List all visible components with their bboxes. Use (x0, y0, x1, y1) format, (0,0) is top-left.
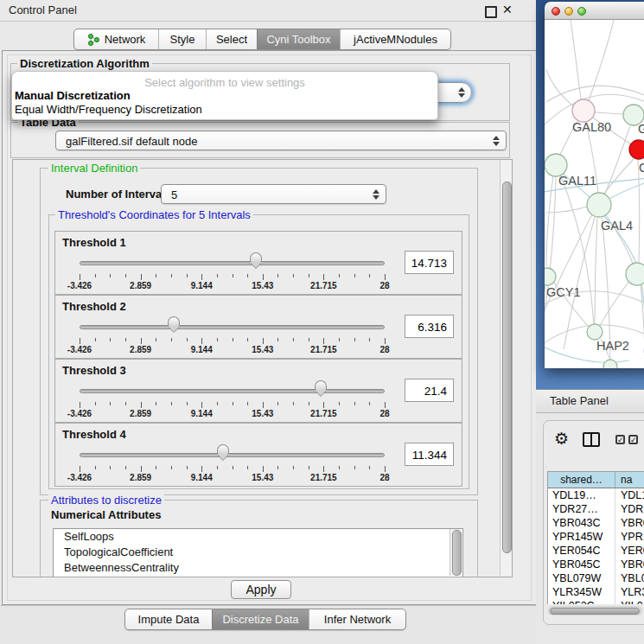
control-panel-title: Control Panel (9, 3, 77, 16)
table-cell[interactable]: YIL052C (548, 599, 615, 604)
interval-definition-group-title: Interval Definition (48, 162, 140, 175)
network-node-hap2[interactable] (587, 324, 603, 340)
table-cell[interactable]: YER054C (548, 544, 615, 558)
close-icon[interactable]: ✕ (502, 3, 513, 16)
gear-icon[interactable]: ⚙ (554, 430, 569, 447)
column-header-shared[interactable]: shared… (548, 472, 615, 488)
slider-track[interactable] (80, 261, 385, 265)
slider-track[interactable] (80, 453, 385, 457)
float-window-icon[interactable] (485, 6, 497, 18)
table-cell[interactable]: YIL0 (615, 599, 644, 604)
table-cell[interactable]: YDL1 (615, 488, 644, 502)
tab-impute-data[interactable]: Impute Data (125, 609, 212, 629)
table-row[interactable]: YBR043CYBR0 (548, 516, 644, 530)
slider-track[interactable] (80, 325, 385, 329)
tab-cyni-toolbox-label: Cyni Toolbox (266, 33, 330, 46)
screen: Control Panel ✕ Network Style Select Cyn… (0, 0, 644, 644)
table-row[interactable]: YPR145WYPR1 (548, 530, 644, 544)
network-node-gal4[interactable] (587, 193, 611, 217)
settings-scrollbar[interactable] (500, 160, 512, 576)
tab-discretize-data[interactable]: Discretize Data (212, 609, 309, 629)
algorithm-dropdown-popup: Select algorithm to view settings Manual… (11, 71, 438, 120)
network-canvas[interactable]: GAL80 GA C GAL11 GAL4 GCY1 H HAP2 (545, 20, 644, 368)
scrollbar-thumb[interactable] (452, 530, 462, 576)
table-cell[interactable]: YBR0 (615, 558, 644, 571)
list-item[interactable]: BetweennessCentrality (54, 560, 462, 576)
list-item[interactable]: SelfLoops (54, 529, 462, 545)
table-cell[interactable]: YPR1 (615, 530, 644, 544)
scrollbar-thumb[interactable] (502, 182, 512, 553)
table-cell[interactable]: YBL0 (615, 571, 644, 585)
combobox-arrows-icon (373, 189, 379, 200)
threshold-1-value-field[interactable]: 14.713 (405, 251, 454, 274)
tab-impute-data-label: Impute Data (138, 613, 200, 626)
network-node-h[interactable] (626, 263, 644, 285)
dropdown-item-manual-discretization[interactable]: Manual Discretization (15, 89, 435, 103)
network-edge (546, 175, 553, 266)
network-window-titlebar[interactable] (545, 2, 644, 20)
table-row[interactable]: YBR045CYBR0 (548, 558, 644, 571)
tab-infer-network[interactable]: Infer Network (309, 609, 405, 629)
checkbox-icon[interactable]: ✓ (628, 435, 638, 444)
apply-button[interactable]: Apply (231, 580, 291, 599)
column-header-name[interactable]: na (615, 472, 644, 488)
attributes-list-scrollbar[interactable] (450, 529, 462, 576)
thresholds-group-title: Threshold's Coordinates for 5 Intervals (55, 208, 253, 221)
tab-cyni-toolbox[interactable]: Cyni Toolbox (257, 29, 340, 49)
checkbox-icon[interactable]: ✓ (615, 435, 625, 444)
table-cell[interactable]: YBR043C (548, 516, 615, 530)
table-row[interactable]: YDL19…YDL1 (548, 488, 644, 502)
list-item[interactable]: TopologicalCoefficient (54, 545, 462, 560)
minimize-traffic-light-icon[interactable] (564, 7, 573, 16)
threshold-3-value-field[interactable]: 21.4 (405, 379, 454, 402)
table-data-select[interactable]: galFiltered.sif default node (55, 131, 507, 150)
table-cell[interactable]: YBR045C (548, 558, 615, 571)
network-node-highlighted-red[interactable] (629, 140, 644, 159)
table-data-select-value: galFiltered.sif default node (66, 134, 197, 147)
table-cell[interactable]: YLR3 (615, 585, 644, 599)
table-row[interactable]: YIL052CYIL0 (548, 599, 644, 604)
control-panel-tabs: Network Style Select Cyni Toolbox jActiv… (73, 29, 451, 50)
slider-thumb[interactable] (249, 252, 263, 268)
table-horizontal-scrollbar[interactable] (548, 606, 642, 615)
split-columns-icon[interactable] (583, 432, 600, 447)
table-row[interactable]: YDR27…YDR2 (548, 502, 644, 516)
tab-style[interactable]: Style (158, 29, 206, 49)
network-edge (604, 126, 630, 195)
table-cell[interactable]: YDL19… (548, 488, 615, 502)
table-cell[interactable]: YLR345W (548, 585, 615, 599)
slider-thumb[interactable] (314, 380, 328, 396)
slider-track[interactable] (80, 389, 385, 393)
table-cell[interactable]: YER0 (615, 544, 644, 558)
numerical-attributes-list[interactable]: SelfLoopsTopologicalCoefficientBetweenne… (53, 528, 463, 577)
tab-select[interactable]: Select (206, 29, 257, 49)
threshold-2-value-field[interactable]: 6.316 (405, 315, 454, 338)
threshold-4-value-field[interactable]: 11.344 (405, 443, 454, 466)
slider-thumb[interactable] (167, 316, 181, 332)
threshold-1-slider[interactable] (80, 252, 385, 273)
threshold-1-panel: Threshold 1 -3.4262.8599.14415.4321.7152… (54, 231, 462, 295)
table-row[interactable]: YER054CYER0 (548, 544, 644, 558)
zoom-traffic-light-icon[interactable] (577, 7, 586, 16)
tab-jactivemnodules[interactable]: jActiveMNodules (340, 29, 450, 49)
threshold-2-slider[interactable] (80, 316, 385, 337)
table-cell[interactable]: YPR145W (548, 530, 615, 544)
slider-tick-labels: -3.4262.8599.14415.4321.71528 (80, 473, 385, 484)
dropdown-item-equal-width-frequency[interactable]: Equal Width/Frequency Discretization (15, 103, 435, 117)
slider-thumb[interactable] (216, 444, 230, 460)
table-row[interactable]: YBL079WYBL0 (548, 571, 644, 585)
network-node-gal80[interactable] (572, 99, 595, 122)
tab-network[interactable]: Network (74, 29, 158, 49)
network-node-bottom[interactable] (603, 360, 617, 368)
close-traffic-light-icon[interactable] (552, 7, 560, 16)
number-of-intervals-select[interactable]: 5 (161, 184, 386, 204)
threshold-4-slider[interactable] (80, 444, 385, 465)
table-cell[interactable]: YBR0 (615, 516, 644, 530)
table-cell[interactable]: YBL079W (548, 571, 615, 585)
threshold-3-slider[interactable] (80, 380, 385, 401)
table-cell[interactable]: YDR2 (615, 502, 644, 516)
slider-ticks (80, 402, 385, 409)
table-row[interactable]: YLR345WYLR3 (548, 585, 644, 599)
scrollbar-thumb[interactable] (550, 608, 640, 615)
table-cell[interactable]: YDR27… (548, 502, 615, 516)
